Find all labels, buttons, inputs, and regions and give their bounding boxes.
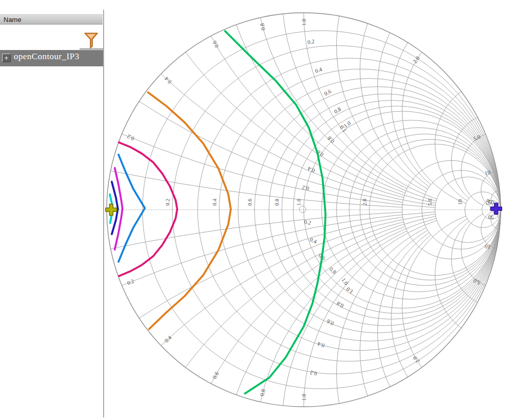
inner-resistance-label: 0.6 (323, 88, 332, 96)
inner-reactance-label: 0.4 (309, 236, 318, 245)
rim-reactance-label: 2.0 (411, 355, 421, 364)
rim-reactance-label: 0.8 (259, 388, 266, 397)
rim-reactance-label: 1.0 (301, 18, 307, 26)
rim-reactance-label: 2.0 (412, 55, 421, 64)
contour-level-7 (225, 31, 326, 393)
rim-reactance-label: 0.8 (259, 22, 266, 31)
tree-item-label: openContour_IP3 (14, 52, 79, 62)
inner-reactance-label: 1.0 (340, 277, 350, 286)
reactance-arc (185, 52, 404, 197)
inner-reactance-label: 0.4 (307, 165, 316, 174)
panel-divider[interactable] (103, 10, 104, 417)
axis-resistance-label: 0.4 (211, 199, 217, 206)
name-column-label: Name (4, 16, 21, 23)
inner-resistance-label: 0.6 (326, 318, 335, 327)
center-point-marker (300, 206, 306, 213)
contour-plot-window: 0.20.40.60.81.02.05.010500.20.20.40.40.6… (0, 0, 517, 420)
reactance-arc (378, 233, 429, 387)
rim-reactance-label: 0.2 (126, 134, 135, 142)
inner-resistance-label: 0.2 (307, 38, 315, 45)
inner-resistance-label: 1.0 (345, 286, 355, 295)
name-column-header[interactable]: Name (0, 14, 103, 24)
reactance-arc (304, 13, 437, 199)
axis-resistance-label: 2.0 (361, 199, 367, 206)
axis-resistance-label: 10 (457, 199, 463, 205)
rim-reactance-label: 0.2 (126, 278, 135, 286)
reactance-arc (391, 235, 431, 377)
expand-icon[interactable]: + (2, 54, 11, 62)
inner-reactance-label: 0.2 (302, 185, 310, 192)
filter-button[interactable] (80, 30, 103, 49)
reactance-arc (283, 14, 407, 189)
rim-reactance-label: 0.6 (211, 39, 219, 48)
max-marker[interactable] (106, 204, 117, 215)
inner-resistance-label: 0.8 (335, 300, 344, 309)
rim-reactance-label: 10 (484, 169, 491, 176)
inner-reactance-label: 0.8 (326, 135, 336, 144)
rim-reactance-label: 50 (488, 199, 494, 205)
tree-item-opencontour-ip3[interactable]: + openContour_IP3 (0, 50, 103, 66)
reactance-arc (391, 42, 431, 185)
rim-reactance-label: 1.0 (301, 393, 307, 401)
rim-reactance-label: 10 (484, 243, 491, 251)
resistance-circle (336, 128, 501, 292)
axis-resistance-label: 5.0 (427, 199, 433, 206)
axis-resistance-label: 0.6 (247, 199, 253, 206)
rim-reactance-label: 50 (488, 214, 494, 220)
reactance-arc (185, 222, 404, 367)
reactance-arc (378, 33, 429, 187)
funnel-icon (80, 30, 103, 49)
inner-resistance-label: 0.4 (316, 341, 325, 349)
reactance-arc (283, 231, 407, 406)
contour-level-6 (148, 92, 231, 329)
rim-reactance-label: 5.0 (472, 278, 481, 286)
rim-reactance-label: 5.0 (473, 133, 482, 142)
inner-resistance-label: 0.2 (309, 369, 317, 377)
filter-divider (80, 48, 103, 50)
axis-resistance-label: 0.8 (274, 199, 280, 206)
axis-resistance-label: 1.0 (296, 199, 302, 206)
rim-reactance-label: 0.6 (211, 370, 220, 380)
axis-resistance-label: 0.2 (164, 199, 170, 206)
inner-resistance-label: 0.8 (333, 106, 342, 115)
contour-level-5 (119, 142, 177, 276)
inner-resistance-label: 0.4 (314, 66, 323, 74)
plot-tree-panel: Name + openContour_IP3 (0, 0, 105, 420)
